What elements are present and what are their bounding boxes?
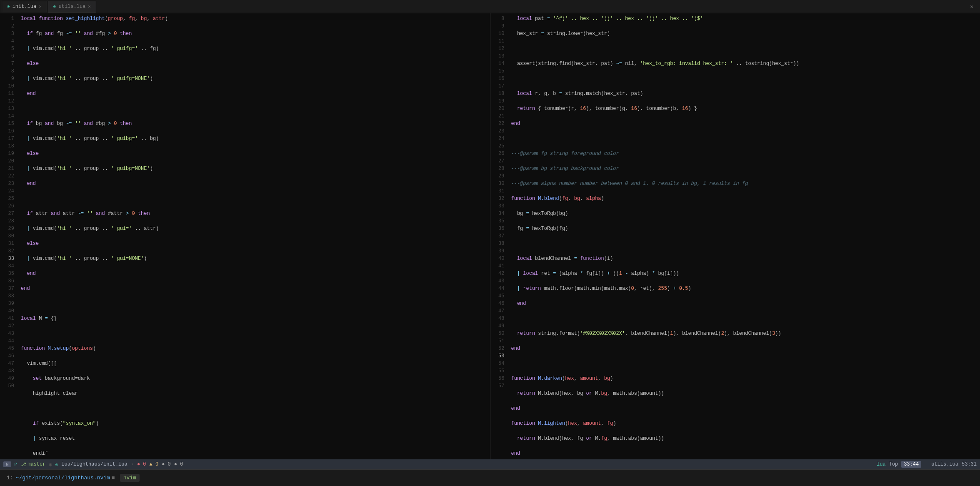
info-icon: ● <box>174 461 180 467</box>
tab-label-utils: utils.lua <box>58 4 85 10</box>
error-icon: ● <box>137 461 143 467</box>
close-tab-utils[interactable]: ✕ <box>88 4 91 9</box>
terminal-command[interactable]: nvim <box>120 474 140 482</box>
status-scroll-pos: Top <box>889 461 898 467</box>
warn-icon: ▲ <box>150 461 155 467</box>
hint-icon: ● <box>162 461 168 467</box>
terminal-number: 1: <box>7 475 13 481</box>
status-encoding-left: lua <box>877 461 886 467</box>
right-code-view: 89101112 1314151617 1819202122 232425262… <box>490 13 980 459</box>
status-filepath-left: lua/lighthaus/init.lua <box>61 461 127 467</box>
editor-area: ⊙ init.lua ✕ ⊙ utils.lua ✕ ✕ 12345 67891… <box>0 0 980 486</box>
vim-icon: P <box>15 462 18 467</box>
terminal-separator-icon: ■ <box>112 475 115 481</box>
status-warn-count: ▲ 0 <box>150 461 159 467</box>
status-right: lua Top 33:44 utils.lua 53:31 <box>877 461 977 468</box>
status-linecount-left: 33:44 <box>901 461 921 468</box>
window-close[interactable]: ✕ <box>965 3 978 10</box>
status-branch: ⎇ master <box>20 461 45 468</box>
tab-label-init: init.lua <box>12 4 37 10</box>
branch-separator: ◉ <box>49 461 52 468</box>
status-info-count: ● 0 <box>174 461 183 467</box>
right-code-content[interactable]: local pat = '^#(' .. hex .. ')(' .. hex … <box>508 13 980 459</box>
status-bar: N P ⎇ master ◉ ⊙ lua/lighthaus/init.lua … <box>0 459 980 469</box>
tab-bar: ⊙ init.lua ✕ ⊙ utils.lua ✕ ✕ <box>0 0 980 13</box>
tab-init-lua[interactable]: ⊙ init.lua ✕ <box>2 1 47 12</box>
right-pane: 89101112 1314151617 1819202122 232425262… <box>490 13 980 459</box>
status-mode: N <box>3 461 11 467</box>
tab-icon-utils: ⊙ <box>53 4 56 9</box>
left-line-numbers: 12345 678910 1112131415 1617181920 21222… <box>0 13 18 459</box>
panes-container: 12345 678910 1112131415 1617181920 21222… <box>0 13 980 459</box>
status-hint-count: ● 0 <box>162 461 171 467</box>
status-separator-1: › <box>131 461 134 467</box>
file-icon-left: ⊙ <box>55 462 58 467</box>
terminal-bar: 1: ~/git/personal/lighthaus.nvim ■ nvim <box>0 469 980 486</box>
status-error-count: ● 0 <box>137 461 146 467</box>
left-code-content[interactable]: local function set_highlight(group, fg, … <box>18 13 490 459</box>
status-left: N P ⎇ master ◉ ⊙ lua/lighthaus/init.lua … <box>3 461 183 468</box>
tab-icon-init: ⊙ <box>7 4 10 9</box>
close-tab-init[interactable]: ✕ <box>39 4 42 9</box>
status-linecount-right: 53:31 <box>962 461 977 467</box>
tab-utils-lua[interactable]: ⊙ utils.lua ✕ <box>48 1 96 12</box>
status-file-right: utils.lua <box>925 461 958 467</box>
git-branch-icon: ⎇ <box>20 461 26 468</box>
right-line-numbers: 89101112 1314151617 1819202122 232425262… <box>490 13 508 459</box>
left-pane: 12345 678910 1112131415 1617181920 21222… <box>0 13 490 459</box>
left-code-view: 12345 678910 1112131415 1617181920 21222… <box>0 13 490 459</box>
terminal-path: ~/git/personal/lighthaus.nvim <box>16 475 110 481</box>
